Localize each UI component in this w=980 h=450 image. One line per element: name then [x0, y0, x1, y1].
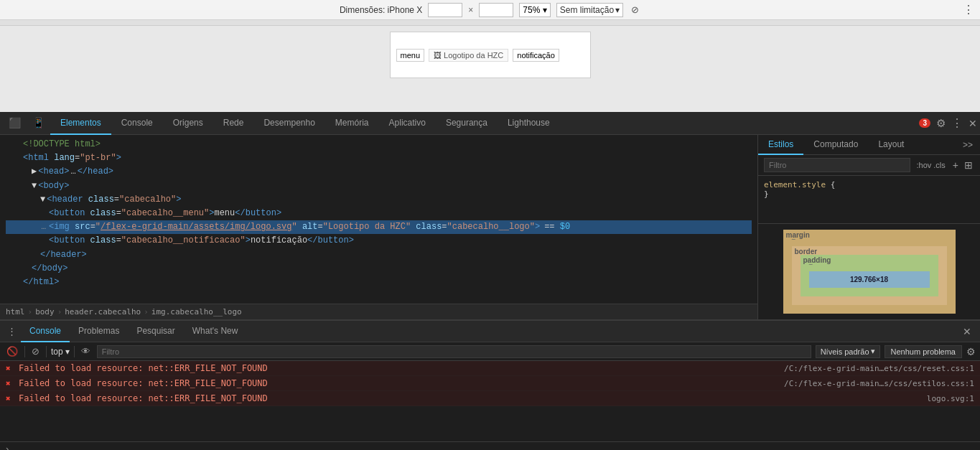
styles-filter-row: :hov .cls + ⊞ [758, 155, 980, 176]
console-tab-pesquisar[interactable]: Pesquisar [128, 321, 183, 342]
devtools-tab-device-icon[interactable]: 📱 [27, 112, 50, 135]
html-line: </header> [6, 248, 752, 262]
tab-aplicativo[interactable]: Aplicativo [379, 112, 436, 135]
breadcrumb-body[interactable]: body [35, 307, 55, 317]
console-input-row: › [0, 441, 980, 450]
width-input[interactable]: 375 [428, 3, 462, 17]
devtools-main: ⬛ 📱 Elementos Console Origens Rede Desem… [0, 112, 980, 450]
console-tabs-row: ⋮ Console Problemas Pesquisar What's New… [0, 321, 980, 342]
console-tab-console[interactable]: Console [21, 321, 70, 342]
console-error-text: Failed to load resource: net::ERR_FILE_N… [19, 363, 781, 373]
top-toolbar: Dimensões: iPhone X 375 × 812 75% ▾ Sem … [0, 0, 980, 20]
html-line: </html> [6, 276, 752, 289]
preview-notif-button[interactable]: notificação [513, 49, 559, 62]
box-border: border padding − 129.766×18 [792, 246, 947, 305]
console-prompt: › [6, 444, 9, 450]
console-filter-input[interactable] [97, 345, 811, 358]
html-line: ▼ <body> [6, 179, 752, 193]
console-messages: ✖ Failed to load resource: net::ERR_FILE… [0, 361, 980, 441]
tab-console[interactable]: Console [111, 112, 163, 135]
html-line-selected[interactable]: … <img src="/flex-e-grid-main/assets/img… [6, 220, 752, 234]
console-input[interactable] [11, 444, 974, 451]
console-divider3 [74, 346, 75, 357]
tab-memoria[interactable]: Memória [325, 112, 379, 135]
rotate-icon[interactable]: ⊘ [629, 4, 640, 16]
html-line: </body> [6, 262, 752, 276]
tab-elements[interactable]: Elementos [50, 112, 111, 135]
console-error-link[interactable]: logo.svg:1 [927, 394, 974, 403]
console-levels-selector[interactable]: Níveis padrão ▾ [816, 345, 880, 358]
box-padding: padding − 129.766×18 [801, 255, 938, 296]
console-tab-problemas[interactable]: Problemas [70, 321, 128, 342]
breadcrumb-img[interactable]: img.cabecalho__logo [151, 307, 242, 317]
html-line: <button class="cabecalho__menu">menu</bu… [6, 207, 752, 220]
devtools-tabs-right: 3 ⚙ ⋮ ✕ [919, 116, 977, 130]
close-icon[interactable]: ✕ [969, 118, 977, 129]
error-icon: ✖ [6, 394, 16, 403]
html-line: ▼ <header class="cabecalho"> [6, 193, 752, 207]
add-style-icon[interactable]: + [951, 159, 960, 171]
console-close-button[interactable]: ✕ [960, 326, 974, 337]
styles-tab-more[interactable]: >> [958, 140, 977, 150]
console-error-link[interactable]: /C:/flex-e-grid-main…s/css/estilos.css:1 [784, 379, 974, 388]
console-drag-icon[interactable]: ⋮ [3, 326, 21, 337]
console-error-row: ✖ Failed to load resource: net::ERR_FILE… [0, 361, 980, 376]
ruler [0, 20, 980, 26]
preview-menu-button[interactable]: menu [396, 49, 425, 62]
console-clear-icon[interactable]: 🚫 [4, 346, 20, 357]
devtools-tabs: ⬛ 📱 Elementos Console Origens Rede Desem… [0, 112, 980, 135]
console-no-issues: Nenhum problema [885, 345, 963, 358]
devtools-body: <!DOCTYPE html> <html lang="pt-br"> ▶ <h… [0, 135, 980, 450]
preview-area: menu 🖼 Logotipo da HZC notificação [0, 26, 980, 112]
console-settings-icon[interactable]: ⚙ [966, 346, 976, 357]
device-label: Dimensões: iPhone X [340, 5, 422, 15]
console-error-text: Failed to load resource: net::ERR_FILE_N… [19, 378, 781, 388]
styles-tab-layout[interactable]: Layout [868, 135, 914, 155]
tab-origens[interactable]: Origens [163, 112, 213, 135]
tab-rede[interactable]: Rede [213, 112, 254, 135]
console-error-link[interactable]: /C:/flex-e-grid-main…ets/css/reset.css:1 [784, 364, 974, 373]
html-line: <button class="cabecalho__notificacao">n… [6, 234, 752, 248]
console-context-selector[interactable]: top ▾ [51, 347, 70, 357]
preview-logo: 🖼 Logotipo da HZC [429, 49, 508, 62]
expand-style-icon[interactable]: ⊞ [963, 159, 974, 171]
devtools-tab-inspect-icon[interactable]: ⬛ [3, 112, 27, 135]
breadcrumb-header[interactable]: header.cabecalho [65, 307, 141, 317]
tab-desempenho[interactable]: Desempenho [253, 112, 325, 135]
styles-tab-computado[interactable]: Computado [803, 135, 868, 155]
height-input[interactable]: 812 [479, 3, 513, 17]
box-model: margin − border padding − 129.766×18 [783, 230, 956, 314]
console-toolbar: 🚫 ⊘ top ▾ 👁 Níveis padrão ▾ [0, 342, 980, 361]
styles-panel: Estilos Computado Layout >> :hov .cls + [757, 135, 980, 319]
styles-tab-estilos[interactable]: Estilos [758, 135, 803, 155]
console-error-text: Failed to load resource: net::ERR_FILE_N… [19, 393, 924, 403]
error-icon: ✖ [6, 379, 16, 388]
styles-content: element.style { } [758, 176, 980, 223]
box-margin: margin − border padding − 129.766×18 [783, 230, 956, 314]
console-divider2 [46, 346, 47, 357]
console-tab-whatsnew[interactable]: What's New [184, 321, 247, 342]
settings-icon[interactable]: ⚙ [936, 117, 946, 130]
filter-icons: + ⊞ [951, 159, 974, 171]
box-content: 129.766×18 [809, 271, 930, 288]
html-line: ▶ <head> … </head> [6, 165, 752, 179]
console-block-icon[interactable]: ⊘ [29, 346, 42, 357]
tab-seguranca[interactable]: Segurança [436, 112, 498, 135]
filter-hov-cls[interactable]: :hov .cls [916, 161, 945, 169]
style-rule: element.style { } [764, 180, 974, 199]
console-divider [24, 346, 25, 357]
breadcrumb: html › body › header.cabecalho › img.cab… [0, 304, 757, 319]
console-section: ⋮ Console Problemas Pesquisar What's New… [0, 319, 980, 450]
elements-panel: <!DOCTYPE html> <html lang="pt-br"> ▶ <h… [0, 135, 757, 304]
preview-device: menu 🖼 Logotipo da HZC notificação [390, 32, 591, 78]
error-badge: 3 [919, 118, 930, 128]
console-eye-icon[interactable]: 👁 [79, 346, 93, 357]
tab-lighthouse[interactable]: Lighthouse [498, 112, 560, 135]
zoom-selector[interactable]: 75% ▾ [519, 3, 550, 17]
html-line: <!DOCTYPE html> [6, 138, 752, 151]
more-icon[interactable]: ⋮ [951, 116, 963, 130]
throttle-selector[interactable]: Sem limitação ▾ [556, 3, 623, 17]
styles-filter-input[interactable] [764, 158, 910, 172]
top-toolbar-more[interactable]: ⋮ [963, 3, 974, 17]
breadcrumb-html[interactable]: html [6, 307, 25, 317]
